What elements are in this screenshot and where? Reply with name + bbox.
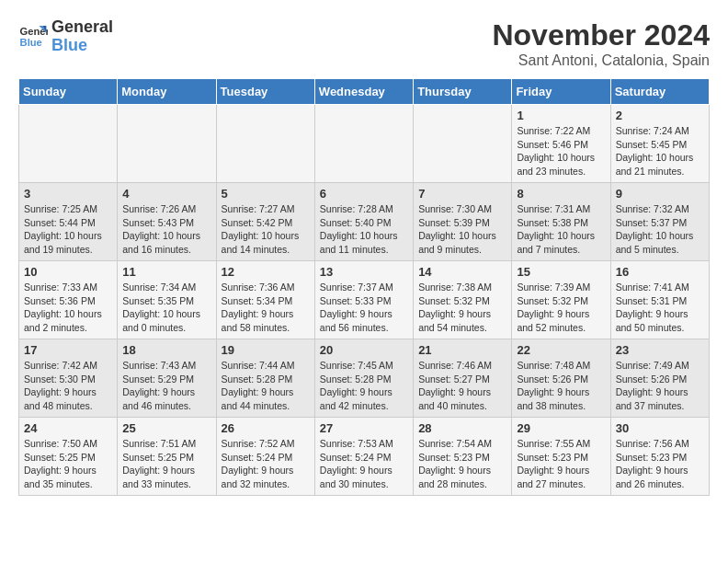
day-number: 14 [418,265,506,279]
day-number: 27 [320,421,408,435]
day-number: 18 [122,343,210,357]
day-detail: Sunrise: 7:28 AM Sunset: 5:40 PM Dayligh… [320,202,408,257]
header-row: SundayMondayTuesdayWednesdayThursdayFrid… [19,79,710,105]
week-row-4: 17Sunrise: 7:42 AM Sunset: 5:30 PM Dayli… [19,339,710,418]
day-cell-21: 21Sunrise: 7:46 AM Sunset: 5:27 PM Dayli… [414,339,512,418]
day-detail: Sunrise: 7:43 AM Sunset: 5:29 PM Dayligh… [122,359,210,413]
empty-cell [216,105,314,183]
svg-text:Blue: Blue [20,36,42,47]
week-row-2: 3Sunrise: 7:25 AM Sunset: 5:44 PM Daylig… [19,183,710,261]
day-number: 23 [616,343,704,357]
day-number: 21 [418,343,506,357]
logo-blue: Blue [51,37,113,55]
day-number: 20 [320,343,408,357]
day-detail: Sunrise: 7:38 AM Sunset: 5:32 PM Dayligh… [418,281,506,335]
day-cell-9: 9Sunrise: 7:32 AM Sunset: 5:37 PM Daylig… [610,183,709,261]
logo-general: General [51,18,113,37]
day-detail: Sunrise: 7:54 AM Sunset: 5:23 PM Dayligh… [418,437,506,491]
month-title: November 2024 [492,18,710,52]
day-number: 9 [616,187,704,201]
day-cell-4: 4Sunrise: 7:26 AM Sunset: 5:43 PM Daylig… [118,183,216,261]
day-number: 15 [517,265,605,279]
weekday-header-monday: Monday [118,79,216,105]
day-detail: Sunrise: 7:48 AM Sunset: 5:26 PM Dayligh… [517,359,605,413]
empty-cell [118,105,216,183]
header: General Blue General Blue November 2024 … [18,18,710,69]
day-detail: Sunrise: 7:52 AM Sunset: 5:24 PM Dayligh… [222,437,310,491]
day-detail: Sunrise: 7:30 AM Sunset: 5:39 PM Dayligh… [418,202,506,257]
day-number: 24 [24,421,112,435]
day-cell-16: 16Sunrise: 7:41 AM Sunset: 5:31 PM Dayli… [610,261,709,339]
day-detail: Sunrise: 7:55 AM Sunset: 5:23 PM Dayligh… [517,437,605,491]
day-cell-30: 30Sunrise: 7:56 AM Sunset: 5:23 PM Dayli… [610,418,709,496]
calendar-table: SundayMondayTuesdayWednesdayThursdayFrid… [18,78,710,496]
day-number: 5 [222,187,310,201]
day-detail: Sunrise: 7:53 AM Sunset: 5:24 PM Dayligh… [320,437,408,491]
day-detail: Sunrise: 7:41 AM Sunset: 5:31 PM Dayligh… [616,281,704,335]
day-cell-15: 15Sunrise: 7:39 AM Sunset: 5:32 PM Dayli… [512,261,610,339]
day-number: 7 [418,187,506,201]
day-detail: Sunrise: 7:50 AM Sunset: 5:25 PM Dayligh… [24,437,112,491]
day-number: 10 [24,265,112,279]
day-detail: Sunrise: 7:49 AM Sunset: 5:26 PM Dayligh… [616,359,704,413]
day-detail: Sunrise: 7:22 AM Sunset: 5:46 PM Dayligh… [517,124,605,178]
weekday-header-thursday: Thursday [414,79,512,105]
day-number: 1 [517,109,605,122]
weekday-header-saturday: Saturday [610,79,709,105]
day-cell-2: 2Sunrise: 7:24 AM Sunset: 5:45 PM Daylig… [610,105,709,183]
logo: General Blue General Blue [18,18,113,55]
weekday-header-wednesday: Wednesday [314,79,413,105]
day-cell-13: 13Sunrise: 7:37 AM Sunset: 5:33 PM Dayli… [314,261,413,339]
day-cell-23: 23Sunrise: 7:49 AM Sunset: 5:26 PM Dayli… [610,339,709,418]
day-detail: Sunrise: 7:37 AM Sunset: 5:33 PM Dayligh… [320,281,408,335]
day-cell-20: 20Sunrise: 7:45 AM Sunset: 5:28 PM Dayli… [314,339,413,418]
logo-icon: General Blue [18,22,48,52]
day-cell-10: 10Sunrise: 7:33 AM Sunset: 5:36 PM Dayli… [19,261,118,339]
empty-cell [19,105,118,183]
day-cell-25: 25Sunrise: 7:51 AM Sunset: 5:25 PM Dayli… [118,418,216,496]
day-detail: Sunrise: 7:46 AM Sunset: 5:27 PM Dayligh… [418,359,506,413]
day-detail: Sunrise: 7:44 AM Sunset: 5:28 PM Dayligh… [222,359,310,413]
title-area: November 2024 Sant Antoni, Catalonia, Sp… [492,18,710,69]
day-detail: Sunrise: 7:39 AM Sunset: 5:32 PM Dayligh… [517,281,605,335]
day-cell-19: 19Sunrise: 7:44 AM Sunset: 5:28 PM Dayli… [216,339,314,418]
day-detail: Sunrise: 7:25 AM Sunset: 5:44 PM Dayligh… [24,202,112,257]
day-cell-7: 7Sunrise: 7:30 AM Sunset: 5:39 PM Daylig… [414,183,512,261]
week-row-1: 1Sunrise: 7:22 AM Sunset: 5:46 PM Daylig… [19,105,710,183]
day-cell-26: 26Sunrise: 7:52 AM Sunset: 5:24 PM Dayli… [216,418,314,496]
day-cell-22: 22Sunrise: 7:48 AM Sunset: 5:26 PM Dayli… [512,339,610,418]
day-detail: Sunrise: 7:51 AM Sunset: 5:25 PM Dayligh… [122,437,210,491]
day-cell-29: 29Sunrise: 7:55 AM Sunset: 5:23 PM Dayli… [512,418,610,496]
day-cell-8: 8Sunrise: 7:31 AM Sunset: 5:38 PM Daylig… [512,183,610,261]
day-detail: Sunrise: 7:34 AM Sunset: 5:35 PM Dayligh… [122,281,210,335]
day-cell-1: 1Sunrise: 7:22 AM Sunset: 5:46 PM Daylig… [512,105,610,183]
weekday-header-sunday: Sunday [19,79,118,105]
day-cell-24: 24Sunrise: 7:50 AM Sunset: 5:25 PM Dayli… [19,418,118,496]
empty-cell [314,105,413,183]
day-number: 2 [616,109,704,122]
day-detail: Sunrise: 7:26 AM Sunset: 5:43 PM Dayligh… [122,202,210,257]
day-cell-5: 5Sunrise: 7:27 AM Sunset: 5:42 PM Daylig… [216,183,314,261]
day-cell-28: 28Sunrise: 7:54 AM Sunset: 5:23 PM Dayli… [414,418,512,496]
day-cell-14: 14Sunrise: 7:38 AM Sunset: 5:32 PM Dayli… [414,261,512,339]
day-detail: Sunrise: 7:24 AM Sunset: 5:45 PM Dayligh… [616,124,704,178]
day-detail: Sunrise: 7:45 AM Sunset: 5:28 PM Dayligh… [320,359,408,413]
day-cell-17: 17Sunrise: 7:42 AM Sunset: 5:30 PM Dayli… [19,339,118,418]
day-cell-27: 27Sunrise: 7:53 AM Sunset: 5:24 PM Dayli… [314,418,413,496]
day-cell-12: 12Sunrise: 7:36 AM Sunset: 5:34 PM Dayli… [216,261,314,339]
day-number: 11 [122,265,210,279]
day-detail: Sunrise: 7:56 AM Sunset: 5:23 PM Dayligh… [616,437,704,491]
day-number: 22 [517,343,605,357]
day-cell-3: 3Sunrise: 7:25 AM Sunset: 5:44 PM Daylig… [19,183,118,261]
day-detail: Sunrise: 7:36 AM Sunset: 5:34 PM Dayligh… [222,281,310,335]
day-detail: Sunrise: 7:27 AM Sunset: 5:42 PM Dayligh… [222,202,310,257]
day-detail: Sunrise: 7:31 AM Sunset: 5:38 PM Dayligh… [517,202,605,257]
day-number: 28 [418,421,506,435]
day-number: 12 [222,265,310,279]
empty-cell [414,105,512,183]
week-row-5: 24Sunrise: 7:50 AM Sunset: 5:25 PM Dayli… [19,418,710,496]
day-number: 30 [616,421,704,435]
day-cell-6: 6Sunrise: 7:28 AM Sunset: 5:40 PM Daylig… [314,183,413,261]
weekday-header-friday: Friday [512,79,610,105]
day-number: 13 [320,265,408,279]
